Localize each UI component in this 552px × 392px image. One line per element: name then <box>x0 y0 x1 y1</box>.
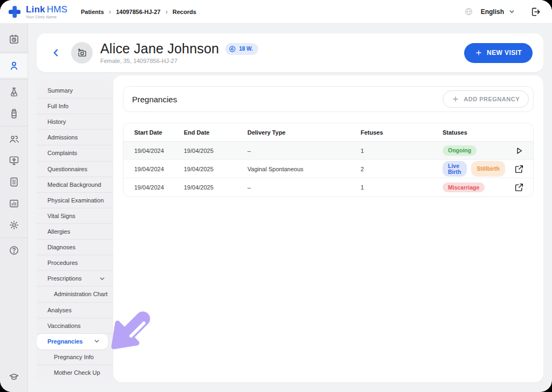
medicine-bottle-icon[interactable] <box>0 103 27 124</box>
education-cap-icon[interactable] <box>0 366 27 388</box>
nav-item-allergies[interactable]: Allergies <box>37 224 113 240</box>
calendar-schedule-icon[interactable] <box>0 29 27 50</box>
cell-fetuses: 1 <box>361 184 443 191</box>
medical-cross-icon <box>8 5 22 19</box>
language-selector[interactable]: English <box>479 6 518 18</box>
patient-name: Alice Jane Johnson <box>100 41 219 57</box>
new-visit-button[interactable]: NEW VISIT <box>464 43 533 63</box>
breadcrumb-item[interactable]: 14097856-HJ-27 <box>116 9 161 15</box>
medical-report-icon[interactable] <box>0 171 27 193</box>
column-header-start-date: Start Date <box>134 129 184 136</box>
cell-statuses: Live BirthStillbirth <box>443 161 505 177</box>
nav-item-mother-check-up[interactable]: Mother Check Up <box>37 365 113 380</box>
cell-statuses: Ongoing <box>443 145 505 156</box>
cell-delivery-type: Vaginal Spontaneous <box>247 166 361 172</box>
cell-fetuses: 2 <box>361 166 443 172</box>
lab-flask-icon[interactable] <box>0 81 27 103</box>
pregnancy-row[interactable]: 19/04/202419/04/2025–1Miscarriage <box>123 178 533 197</box>
nav-item-administration-chart[interactable]: Administration Chart <box>37 286 113 302</box>
nav-item-label: History <box>47 118 66 125</box>
patient-avatar[interactable] <box>71 42 93 64</box>
patient-profile-icon[interactable] <box>0 54 27 78</box>
fetus-icon <box>229 45 236 53</box>
open-record-icon[interactable] <box>514 164 524 174</box>
open-record-icon[interactable] <box>514 183 524 192</box>
nav-item-label: Complaints <box>47 150 77 156</box>
nav-item-label: Physical Examination <box>47 197 104 204</box>
nav-item-label: Prescriptions <box>47 275 82 282</box>
nav-item-complaints[interactable]: Complaints <box>37 145 113 161</box>
workstation-monitor-icon[interactable] <box>0 150 27 171</box>
pregnancy-row[interactable]: 19/04/202419/04/2025Vaginal Spontaneous2… <box>123 160 533 178</box>
patient-meta: Female, 35, 14097856-HJ-27 <box>100 58 258 64</box>
nav-item-label: Allergies <box>47 228 70 235</box>
cell-end-date: 19/04/2025 <box>184 184 247 191</box>
nav-item-label: Pregnancy Info <box>54 354 94 360</box>
status-badge-live-birth: Live Birth <box>443 161 467 177</box>
nav-item-physical-examination[interactable]: Physical Examination <box>37 193 113 208</box>
cell-end-date: 19/04/2025 <box>184 148 247 154</box>
new-visit-label: NEW VISIT <box>487 49 522 57</box>
staff-group-icon[interactable] <box>0 128 27 150</box>
camera-add-photo-icon <box>77 47 87 58</box>
app-window: LinkHMS Your Clinic Name Patients›140978… <box>0 0 552 392</box>
nav-item-label: Admissions <box>47 134 78 141</box>
nav-item-prescriptions[interactable]: Prescriptions <box>37 271 113 286</box>
help-circle-icon[interactable] <box>0 240 27 261</box>
nav-item-history[interactable]: History <box>37 114 113 130</box>
nav-item-vital-signs[interactable]: Vital Signs <box>37 208 113 224</box>
nav-item-label: Procedures <box>47 260 78 266</box>
cell-start-date: 19/04/2024 <box>134 148 184 154</box>
nav-item-pregnancies[interactable]: Pregnancies <box>37 334 108 349</box>
nav-item-analyses[interactable]: Analyses <box>37 303 113 318</box>
pregnancy-row[interactable]: 19/04/202419/04/2025–1Ongoing <box>123 142 533 160</box>
brand-logo[interactable]: LinkHMS Your Clinic Name <box>0 5 75 19</box>
table-body: 19/04/202419/04/2025–1Ongoing19/04/20241… <box>123 142 533 197</box>
nav-item-label: Mother Check Up <box>54 369 100 376</box>
stats-board-icon[interactable] <box>0 193 27 214</box>
breadcrumb-item[interactable]: Patients <box>81 9 104 15</box>
nav-item-admissions[interactable]: Admissions <box>37 130 113 145</box>
nav-item-label: Analyses <box>47 307 72 313</box>
nav-item-summary[interactable]: Summary <box>37 83 113 99</box>
back-button[interactable] <box>51 47 61 58</box>
nav-item-label: Vaccinations <box>47 323 81 329</box>
patient-record-nav: SummaryFull InfoHistoryAdmissionsComplai… <box>37 80 113 383</box>
add-pregnancy-button[interactable]: ADD PREGNANCY <box>443 90 529 108</box>
gestation-badge-label: 18 W. <box>239 46 253 52</box>
status-badge-miscarriage: Miscarriage <box>443 183 485 193</box>
status-badge-ongoing: Ongoing <box>443 145 477 156</box>
table-header: Start DateEnd DateDelivery TypeFetusesSt… <box>123 123 533 142</box>
logout-button[interactable] <box>530 6 541 17</box>
nav-item-diagnoses[interactable]: Diagnoses <box>37 240 113 255</box>
cell-start-date: 19/04/2024 <box>134 184 184 191</box>
icon-rail <box>0 24 28 392</box>
add-pregnancy-label: ADD PREGNANCY <box>464 96 520 102</box>
breadcrumb-item[interactable]: Records <box>172 9 196 15</box>
plus-icon <box>452 95 459 103</box>
nav-item-pregnancy-info[interactable]: Pregnancy Info <box>37 349 113 365</box>
brand-name-primary: Link <box>26 4 45 15</box>
nav-item-full-info[interactable]: Full Info <box>37 99 113 114</box>
nav-item-label: Summary <box>47 87 73 94</box>
cell-end-date: 19/04/2025 <box>184 166 247 172</box>
nav-item-medical-background[interactable]: Medical Background <box>37 177 113 193</box>
nav-item-procedures[interactable]: Procedures <box>37 255 113 271</box>
records-title: Pregnancies <box>132 95 177 104</box>
nav-item-vaccinations[interactable]: Vaccinations <box>37 318 113 334</box>
breadcrumb-separator-icon: › <box>165 8 168 15</box>
nav-item-questionnaires[interactable]: Questionnaires <box>37 162 113 177</box>
column-header-delivery-type: Delivery Type <box>247 129 361 136</box>
settings-gear-icon[interactable] <box>0 214 27 236</box>
nav-item-label: Pregnancies <box>47 338 82 345</box>
chevron-down-icon <box>93 338 100 345</box>
status-badge-stillbirth: Stillbirth <box>471 161 505 177</box>
breadcrumb-separator-icon: › <box>109 8 111 15</box>
cell-delivery-type: – <box>247 184 361 191</box>
nav-item-label: Diagnoses <box>47 244 75 250</box>
nav-item-label: Full Info <box>47 103 68 109</box>
records-card: Pregnancies ADD PREGNANCY Start DateEnd … <box>113 75 543 382</box>
resume-pregnancy-icon[interactable] <box>514 146 524 156</box>
page-body: Alice Jane Johnson 18 W. Female, 35, 140… <box>0 24 552 392</box>
column-header-statuses: Statuses <box>443 129 505 136</box>
